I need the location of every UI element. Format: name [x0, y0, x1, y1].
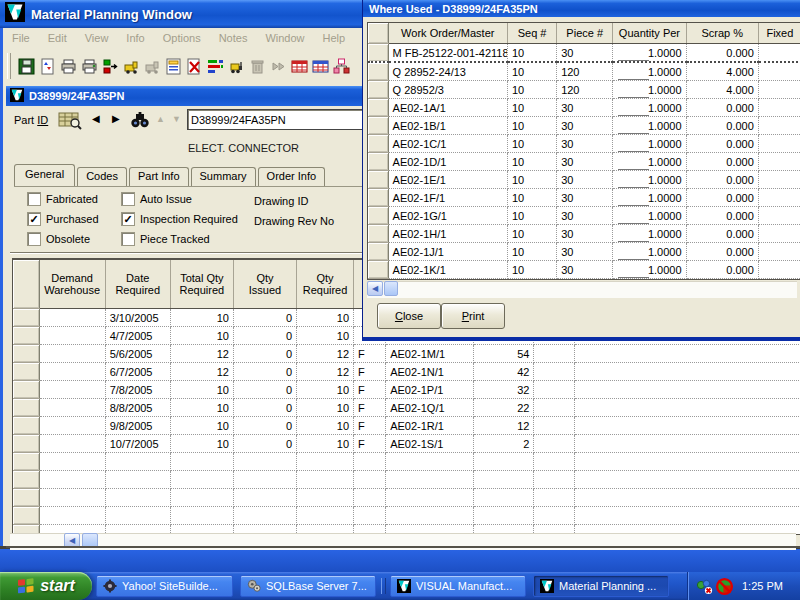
whereused-table-row[interactable]: M FB-25122-001-42118 10 30 1.0000 0.000 [368, 44, 800, 63]
row-selector[interactable] [13, 327, 39, 345]
tab[interactable]: Codes [77, 167, 127, 186]
row-selector[interactable] [368, 117, 388, 135]
purchased-checkbox[interactable]: ✓ [28, 213, 40, 225]
whereused-table-row[interactable]: AE02-1E/1 10 30 1.0000 0.000 [368, 171, 800, 189]
row-selector[interactable] [13, 345, 39, 363]
whereused-table-row[interactable]: AE02-1H/1 10 30 1.0000 0.000 [368, 225, 800, 243]
part-id-input[interactable] [188, 110, 366, 129]
menu-item[interactable]: Options [154, 30, 210, 46]
print-preview-icon[interactable] [81, 58, 98, 75]
next-part-button[interactable]: ▶ [112, 113, 120, 125]
tab[interactable]: Summary [191, 167, 256, 186]
row-selector[interactable] [13, 309, 39, 327]
checkbox-inspection-required[interactable]: ✓ Inspection Required [122, 213, 238, 225]
demand-table-row[interactable]: 8/8/2005 10 0 10 F AE02-1Q/1 22 [13, 399, 800, 417]
schedule-list-icon[interactable] [207, 58, 224, 75]
row-selector[interactable] [13, 435, 39, 453]
checkbox-piece-tracked[interactable]: Piece Tracked [122, 233, 210, 245]
checkbox-auto-issue[interactable]: Auto Issue [122, 193, 192, 205]
row-selector[interactable] [368, 225, 388, 243]
tab[interactable]: Order Info [258, 167, 326, 186]
piece-tracked-checkbox[interactable] [122, 233, 134, 245]
menu-item[interactable]: Info [117, 30, 153, 46]
task-button-sqlbase-server[interactable]: SQLBase Server 7... [240, 575, 376, 597]
tab[interactable]: Part Info [129, 167, 189, 186]
network-users-error-icon[interactable] [696, 578, 713, 595]
row-selector[interactable] [13, 507, 39, 525]
task-button-visual-manufacturing[interactable]: VISUAL Manufact... [390, 575, 526, 597]
row-selector[interactable] [13, 471, 39, 489]
row-selector[interactable] [368, 44, 388, 63]
find-part-icon[interactable] [130, 111, 150, 133]
whereused-table-row[interactable]: Q 28952/3 10 120 1.0000 4.000 [368, 81, 800, 99]
demand-table-row[interactable] [13, 507, 800, 525]
whereused-table-row[interactable]: AE02-1A/1 10 30 1.0000 0.000 [368, 99, 800, 117]
spin-down-icon[interactable]: ▼ [172, 114, 181, 124]
fabricated-checkbox[interactable] [28, 193, 40, 205]
row-selector[interactable] [368, 99, 388, 117]
where-used-titlebar[interactable]: Where Used - D38999/24FA35PN [363, 0, 800, 17]
whereused-table-row[interactable]: AE02-1F/1 10 30 1.0000 0.000 [368, 189, 800, 207]
bom-transfer-icon[interactable] [102, 58, 119, 75]
menu-item[interactable]: Help [314, 30, 355, 46]
checkbox-obsolete[interactable]: Obsolete [28, 233, 90, 245]
task-button-yahoo-sitebuilder[interactable]: Yahoo! SiteBuilde... [96, 575, 233, 597]
obsolete-checkbox[interactable] [28, 233, 40, 245]
task-button-material-planning[interactable]: Material Planning ... [533, 575, 669, 597]
checkbox-purchased[interactable]: ✓ Purchased [28, 213, 99, 225]
row-selector[interactable] [13, 381, 39, 399]
tab[interactable]: General [14, 164, 75, 187]
row-selector[interactable] [368, 153, 388, 171]
print-icon[interactable] [60, 58, 77, 75]
demand-table-row[interactable]: 6/7/2005 12 0 12 F AE02-1N/1 42 [13, 363, 800, 381]
scroll-thumb[interactable] [384, 281, 398, 296]
antivirus-disabled-icon[interactable] [715, 577, 734, 596]
spin-up-icon[interactable]: ▲ [156, 114, 165, 124]
menu-item[interactable]: Notes [210, 30, 257, 46]
document-form-icon[interactable] [165, 58, 182, 75]
forklift-icon[interactable] [228, 58, 245, 75]
row-selector[interactable] [13, 399, 39, 417]
demand-table-row[interactable]: 9/8/2005 10 0 10 F AE02-1R/1 12 [13, 417, 800, 435]
row-selector[interactable] [368, 135, 388, 153]
row-selector[interactable] [368, 81, 388, 99]
demand-table-row[interactable]: 10/7/2005 10 0 10 F AE02-1S/1 2 [13, 435, 800, 453]
refresh-icon[interactable] [39, 58, 56, 75]
whereused-table-row[interactable]: AE02-1G/1 10 30 1.0000 0.000 [368, 207, 800, 225]
delete-document-icon[interactable] [186, 58, 203, 75]
grid-table-icon[interactable] [312, 58, 329, 75]
whereused-table-row[interactable]: AE02-1B/1 10 30 1.0000 0.000 [368, 117, 800, 135]
row-selector[interactable] [13, 453, 39, 471]
row-selector[interactable] [368, 207, 388, 225]
row-selector[interactable] [368, 189, 388, 207]
auto-issue-checkbox[interactable] [122, 193, 134, 205]
grid-red-icon[interactable] [291, 58, 308, 75]
whereused-table-row[interactable]: AE02-1C/1 10 30 1.0000 0.000 [368, 135, 800, 153]
row-selector[interactable] [13, 363, 39, 381]
close-button[interactable]: Close [377, 303, 441, 329]
demand-table-row[interactable] [13, 489, 800, 507]
demand-table-row[interactable]: 5/6/2005 12 0 12 F AE02-1M/1 54 [13, 345, 800, 363]
demand-table-row[interactable]: 7/8/2005 10 0 10 F AE02-1P/1 32 [13, 381, 800, 399]
whereused-table-row[interactable]: AE02-1J/1 10 30 1.0000 0.000 [368, 243, 800, 261]
org-chart-icon[interactable] [333, 58, 350, 75]
scroll-left-button[interactable]: ◀ [367, 281, 383, 296]
h-scrollbar-track[interactable] [367, 281, 797, 298]
row-selector[interactable] [368, 171, 388, 189]
demand-table-row[interactable] [13, 471, 800, 489]
demand-table-row[interactable] [13, 453, 800, 471]
row-selector[interactable] [13, 489, 39, 507]
dispatch-truck-icon[interactable] [123, 58, 140, 75]
visual-app-icon[interactable] [5, 2, 25, 26]
menu-item[interactable]: Window [256, 30, 313, 46]
part-lookup-icon[interactable] [58, 111, 82, 134]
row-selector[interactable] [368, 261, 388, 279]
visual-app-icon[interactable] [10, 88, 24, 104]
menu-item[interactable]: View [76, 30, 118, 46]
row-selector[interactable] [368, 243, 388, 261]
print-button[interactable]: Print [441, 303, 505, 329]
row-selector[interactable] [368, 62, 388, 81]
menu-item[interactable]: File [3, 30, 39, 46]
inspection-required-checkbox[interactable]: ✓ [122, 213, 134, 225]
row-selector[interactable] [13, 417, 39, 435]
